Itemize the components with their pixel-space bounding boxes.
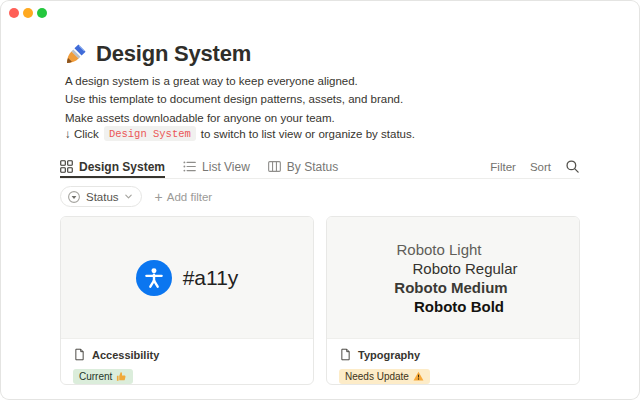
page-icon bbox=[339, 348, 352, 361]
filter-button[interactable]: Filter bbox=[490, 161, 516, 173]
gallery-cards: #a11y Accessibility Current bbox=[60, 216, 580, 385]
filter-bar: Status + Add filter bbox=[60, 186, 212, 207]
page-header: Design System bbox=[64, 41, 251, 67]
add-filter-label: Add filter bbox=[167, 191, 212, 203]
page-title: Design System bbox=[96, 41, 251, 67]
view-actions: Filter Sort bbox=[490, 159, 580, 174]
callout-prefix: ↓ Click bbox=[65, 128, 99, 140]
status-badge: Current bbox=[73, 369, 133, 384]
thumbs-up-icon bbox=[116, 371, 127, 382]
inline-code-chip: Design System bbox=[104, 126, 196, 141]
status-filter-label: Status bbox=[86, 191, 119, 203]
sort-button[interactable]: Sort bbox=[530, 161, 551, 173]
card-body: Accessibility Current bbox=[61, 339, 313, 384]
close-window-button[interactable] bbox=[9, 8, 19, 18]
description-line: Use this template to document design pat… bbox=[65, 90, 403, 108]
view-tabs-bar: Design System List View By Status bbox=[60, 155, 580, 179]
accessibility-icon bbox=[136, 260, 172, 296]
font-sample-bold: Roboto Bold bbox=[414, 297, 504, 316]
font-sample-medium: Roboto Medium bbox=[394, 278, 507, 297]
warning-icon bbox=[413, 371, 424, 382]
status-badge: Needs Update bbox=[339, 369, 430, 384]
card-body: Typography Needs Update bbox=[327, 339, 579, 384]
zoom-window-button[interactable] bbox=[37, 8, 47, 18]
font-weight-samples: Roboto Light Roboto Regular Roboto Mediu… bbox=[396, 240, 509, 316]
card-cover: #a11y bbox=[61, 217, 313, 339]
gallery-view-icon bbox=[60, 160, 73, 173]
tab-label: Design System bbox=[79, 160, 165, 174]
badge-label: Current bbox=[79, 371, 112, 382]
card-accessibility[interactable]: #a11y Accessibility Current bbox=[60, 216, 314, 385]
search-icon[interactable] bbox=[565, 159, 580, 174]
board-view-icon bbox=[268, 160, 281, 173]
card-title: Accessibility bbox=[92, 349, 159, 361]
plus-icon: + bbox=[155, 190, 163, 204]
window-controls bbox=[9, 8, 47, 18]
minimize-window-button[interactable] bbox=[23, 8, 33, 18]
description-line: A design system is a great way to keep e… bbox=[65, 72, 403, 90]
tab-list-view[interactable]: List View bbox=[183, 155, 250, 178]
description-line: Make assets downloadable for anyone on y… bbox=[65, 109, 403, 127]
card-cover: Roboto Light Roboto Regular Roboto Mediu… bbox=[327, 217, 579, 339]
callout-suffix: to switch to list view or organize by st… bbox=[201, 128, 415, 140]
page-icon bbox=[73, 348, 86, 361]
paintbrush-icon bbox=[64, 43, 87, 66]
chevron-down-icon bbox=[124, 192, 133, 201]
status-circle-icon bbox=[67, 190, 81, 204]
badge-label: Needs Update bbox=[345, 371, 409, 382]
tab-label: List View bbox=[202, 160, 250, 174]
a11y-tag-text: #a11y bbox=[183, 266, 239, 290]
card-typography[interactable]: Roboto Light Roboto Regular Roboto Mediu… bbox=[326, 216, 580, 385]
tab-design-system[interactable]: Design System bbox=[60, 155, 165, 178]
status-filter-pill[interactable]: Status bbox=[60, 186, 142, 207]
callout-line: ↓ Click Design System to switch to list … bbox=[65, 126, 415, 141]
add-filter-button[interactable]: + Add filter bbox=[155, 190, 213, 204]
tab-label: By Status bbox=[287, 160, 338, 174]
tab-by-status[interactable]: By Status bbox=[268, 155, 338, 178]
card-title: Typography bbox=[358, 349, 420, 361]
notion-window: Design System A design system is a great… bbox=[0, 0, 640, 400]
font-sample-regular: Roboto Regular bbox=[412, 259, 517, 278]
font-sample-light: Roboto Light bbox=[396, 240, 481, 259]
page-description: A design system is a great way to keep e… bbox=[65, 72, 403, 127]
list-view-icon bbox=[183, 160, 196, 173]
